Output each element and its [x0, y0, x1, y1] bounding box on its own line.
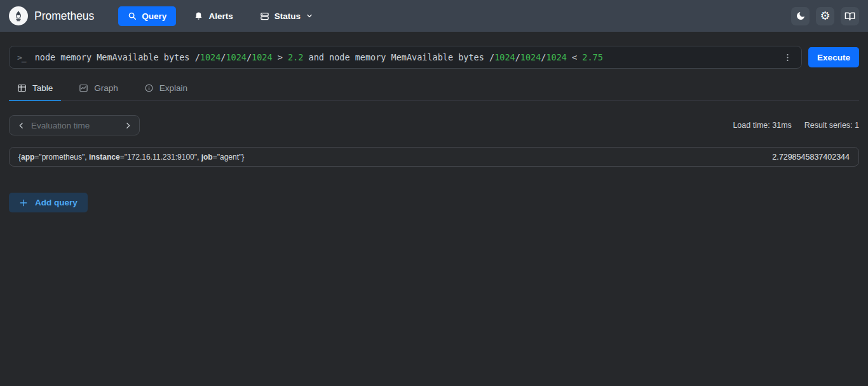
server-icon [260, 11, 269, 21]
query-token: > [273, 52, 288, 62]
bell-icon [194, 11, 203, 21]
book-open-icon [844, 11, 855, 22]
evaluation-time-picker[interactable] [9, 115, 140, 135]
series-value: 2.7298545837402344 [772, 153, 850, 162]
search-icon [128, 11, 137, 20]
query-token: 2.75 [582, 52, 603, 62]
table-toolbar: Load time: 31ms Result series: 1 [9, 115, 859, 135]
tab-graph-label: Graph [94, 83, 118, 93]
kebab-menu-icon [783, 53, 792, 62]
query-bar: >_ node_memory_MemAvailable_bytes /1024/… [9, 46, 859, 69]
evaluation-time-input[interactable] [29, 121, 120, 130]
evaluation-time-forward-button[interactable] [120, 118, 135, 133]
query-token: node_memory_MemAvailable_bytes [35, 52, 195, 62]
nav-item-status[interactable]: Status [251, 6, 322, 26]
query-token: / [195, 52, 200, 62]
main-nav: Query Alerts [118, 6, 322, 26]
query-token: 1024 [494, 52, 515, 62]
execute-button[interactable]: Execute [808, 47, 859, 67]
table-icon [17, 83, 27, 93]
query-token: / [489, 52, 494, 62]
graph-icon [79, 83, 88, 93]
nav-query-label: Query [142, 11, 166, 21]
result-row: {app="prometheus", instance="172.16.11.2… [9, 147, 859, 167]
navbar: Prometheus Query Alerts [0, 0, 868, 32]
prometheus-logo-icon [9, 6, 28, 25]
query-expression-input[interactable]: >_ node_memory_MemAvailable_bytes /1024/… [9, 46, 802, 69]
add-query-label: Add query [35, 198, 78, 207]
brand-name: Prometheus [34, 10, 94, 23]
label-name: job [201, 153, 213, 162]
label-name: app [21, 153, 34, 162]
prompt-icon: >_ [17, 53, 26, 62]
chevron-left-icon [17, 121, 25, 130]
series-labels: {app="prometheus", instance="172.16.11.2… [18, 153, 244, 162]
tab-explain-label: Explain [159, 83, 187, 93]
chevron-right-icon [124, 121, 132, 130]
theme-toggle-button[interactable] [791, 7, 810, 25]
load-time: Load time: 31ms [733, 121, 791, 130]
gear-icon: ⚙ [820, 9, 830, 23]
plus-icon [19, 198, 28, 207]
query-token: and [303, 52, 329, 62]
nav-status-label: Status [275, 11, 301, 21]
query-options-button[interactable] [780, 50, 795, 65]
tab-graph[interactable]: Graph [71, 78, 126, 101]
query-expression[interactable]: node_memory_MemAvailable_bytes /1024/102… [35, 52, 780, 62]
table-panel: Load time: 31ms Result series: 1 {app="p… [0, 101, 868, 212]
query-token: 1024 [200, 52, 221, 62]
chevron-down-icon [306, 12, 313, 20]
result-tabs: Table Graph [9, 78, 859, 101]
query-token: 1024 [226, 52, 247, 62]
settings-button[interactable]: ⚙ [816, 7, 834, 25]
query-stats: Load time: 31ms Result series: 1 [733, 121, 859, 130]
moon-icon [796, 11, 806, 21]
query-token: / [247, 52, 252, 62]
evaluation-time-back-button[interactable] [13, 118, 29, 133]
nav-alerts-label: Alerts [208, 11, 233, 21]
nav-item-query[interactable]: Query [118, 6, 176, 26]
query-token: 1024 [546, 52, 567, 62]
query-token: 1024 [252, 52, 273, 62]
results-list: {app="prometheus", instance="172.16.11.2… [9, 147, 859, 167]
query-page: >_ node_memory_MemAvailable_bytes /1024/… [0, 46, 868, 212]
label-name: instance [89, 153, 120, 162]
query-token: node_memory_MemAvailable_bytes [329, 52, 489, 62]
tab-table[interactable]: Table [9, 78, 61, 101]
tab-explain[interactable]: Explain [136, 78, 196, 101]
nav-item-alerts[interactable]: Alerts [185, 6, 241, 26]
tab-table-label: Table [32, 83, 53, 93]
query-token: 2.2 [288, 52, 303, 62]
prometheus-app: Prometheus Query Alerts [0, 0, 868, 212]
docs-button[interactable] [841, 7, 859, 25]
brand-home-link[interactable]: Prometheus [9, 6, 118, 25]
result-series-count: Result series: 1 [804, 121, 859, 130]
info-circle-icon [144, 83, 154, 93]
query-token: / [515, 52, 520, 62]
add-query-button[interactable]: Add query [9, 193, 88, 212]
query-token: < [567, 52, 582, 62]
query-token: 1024 [520, 52, 541, 62]
